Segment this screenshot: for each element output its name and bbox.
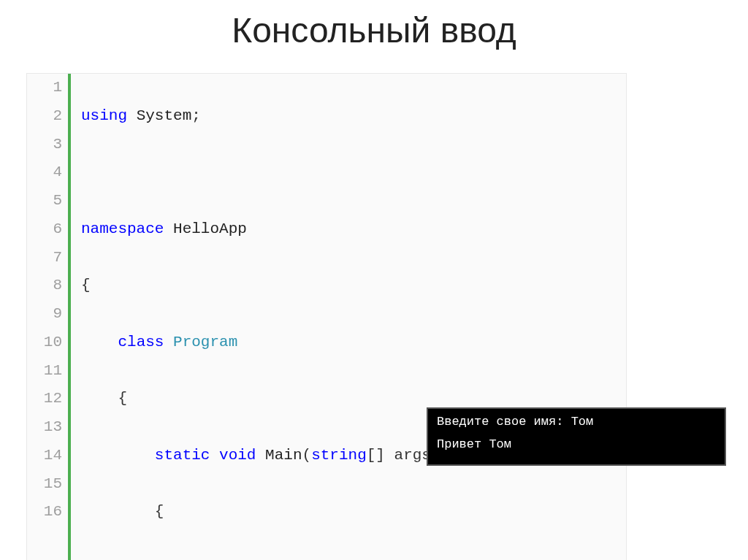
code-line: Console.Write("Введите свое имя: ");	[81, 555, 523, 560]
code-line: class Program	[81, 329, 523, 357]
line-number: 12	[27, 385, 62, 413]
line-number: 1	[27, 74, 62, 102]
line-number: 13	[27, 413, 62, 442]
line-number: 5	[27, 187, 62, 215]
console-output: Введите свое имя: Том Привет Том	[427, 407, 726, 466]
code-line	[81, 158, 523, 187]
code-line: {	[81, 272, 523, 300]
line-number: 11	[27, 357, 62, 386]
line-number: 15	[27, 470, 62, 499]
code-line: namespace HelloApp	[81, 215, 523, 244]
code-content: using System; namespace HelloApp { class…	[71, 74, 523, 560]
line-number: 10	[27, 329, 62, 357]
line-number-gutter: 1 2 3 4 5 6 7 8 9 10 11 12 13 14 15 16	[27, 74, 68, 560]
line-number: 9	[27, 300, 62, 329]
code-block: 1 2 3 4 5 6 7 8 9 10 11 12 13 14 15 16 u…	[26, 73, 627, 560]
line-number: 3	[27, 131, 62, 159]
line-number: 6	[27, 215, 62, 244]
slide: Консольный ввод 1 2 3 4 5 6 7 8 9 10 11 …	[0, 0, 748, 560]
line-number: 4	[27, 158, 62, 187]
slide-title: Консольный ввод	[0, 0, 748, 58]
code-line: using System;	[81, 102, 523, 131]
code-line: {	[81, 498, 523, 526]
line-number: 16	[27, 498, 62, 526]
line-number: 14	[27, 442, 62, 470]
line-number: 2	[27, 102, 62, 131]
console-line: Введите свое имя: Том	[437, 415, 716, 429]
line-number: 7	[27, 244, 62, 272]
console-line: Привет Том	[437, 437, 716, 451]
line-number: 8	[27, 272, 62, 300]
